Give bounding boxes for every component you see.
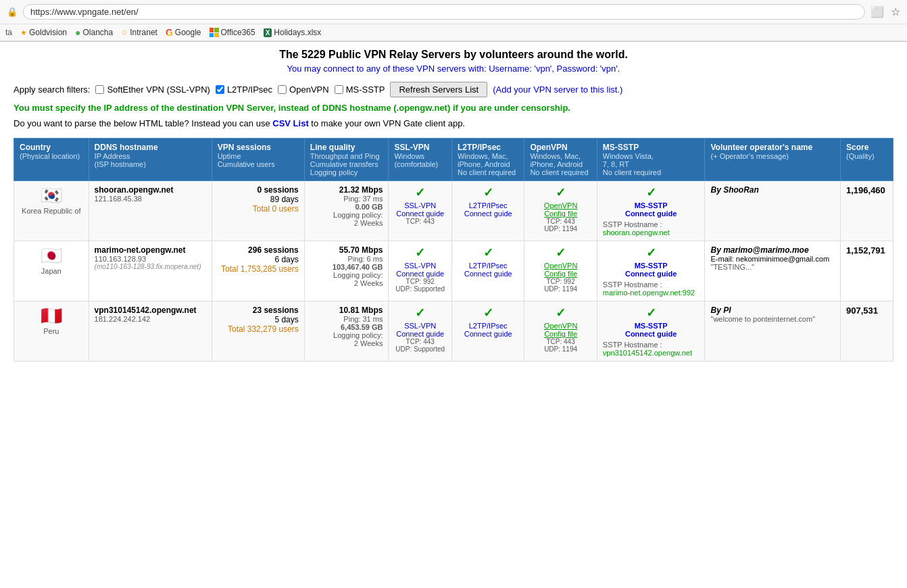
ms-hostname: vpn310145142.opengw.net — [603, 349, 700, 357]
ms-hostname: marimo-net.opengw.net:992 — [603, 289, 700, 297]
operator-message: "TESTING..." — [710, 263, 835, 271]
ssl-checkbox[interactable] — [95, 85, 104, 94]
ms-check: ✓ — [603, 185, 700, 200]
logging-duration: 2 Weeks — [310, 339, 383, 347]
refresh-button[interactable]: Refresh Servers List — [390, 82, 487, 97]
th-openvpn: OpenVPN Windows, Mac, iPhone, Android No… — [524, 139, 597, 181]
sessions-cell: 296 sessions 6 days Total 1,753,285 user… — [212, 241, 304, 301]
ssl-udp: UDP: Supported — [394, 285, 446, 293]
hostname-cell: shooran.opengw.net 121.168.45.38 — [89, 181, 212, 241]
ovpn-link[interactable]: OpenVPN — [530, 201, 591, 210]
msstp-checkbox[interactable] — [335, 85, 343, 94]
bookmark-office365[interactable]: Office365 — [210, 28, 255, 37]
l2tp-link[interactable]: L2TP/IPsec — [458, 322, 518, 330]
ovpn-link[interactable]: OpenVPN — [530, 322, 591, 330]
bookmark-item-ta[interactable]: ta — [5, 28, 12, 37]
l2tp-guide-link[interactable]: Connect guide — [458, 210, 518, 218]
ovpn-udp: UDP: 1194 — [530, 345, 591, 353]
url-input[interactable] — [23, 4, 865, 20]
ovpn-config-link[interactable]: Config file — [530, 210, 591, 218]
csv-link[interactable]: CSV List — [272, 118, 308, 128]
country-name: Peru — [43, 327, 59, 335]
l2tp-cell: ✓ L2TP/IPsec Connect guide — [451, 181, 524, 241]
ms-guide-link[interactable]: Connect guide — [603, 210, 700, 218]
l2tp-label: L2TP/IPsec — [227, 84, 272, 95]
ovpn-link[interactable]: OpenVPN — [530, 262, 591, 270]
l2tp-check: ✓ — [458, 185, 518, 200]
ovpn-config-link[interactable]: Config file — [530, 270, 591, 278]
split-view-icon[interactable]: ⬜ — [871, 5, 884, 18]
l2tp-guide-link[interactable]: Connect guide — [458, 330, 518, 338]
filter-ssl[interactable]: SoftEther VPN (SSL-VPN) — [95, 84, 210, 95]
ms-link[interactable]: MS-SSTP — [603, 201, 700, 210]
hostname: marimo-net.opengw.net — [95, 245, 206, 255]
filter-l2tp[interactable]: L2TP/IPsec — [216, 84, 272, 95]
ovpn-cell: ✓ OpenVPN Config file TCP: 443 UDP: 1194 — [524, 181, 597, 241]
logging-duration: 2 Weeks — [310, 279, 383, 287]
openvpn-checkbox[interactable] — [278, 85, 287, 94]
l2tp-checkbox[interactable] — [216, 85, 224, 94]
country-name: Korea Republic of — [22, 207, 80, 215]
ssl-vpn-link[interactable]: SSL-VPN — [394, 322, 446, 330]
l2tp-link[interactable]: L2TP/IPsec — [458, 201, 518, 210]
logging-policy: Logging policy: — [310, 331, 383, 339]
operator-cell: By PI "welcome to ponteinternet.com" — [705, 301, 841, 362]
ms-guide-link[interactable]: Connect guide — [603, 270, 700, 278]
hostname: shooran.opengw.net — [95, 185, 206, 195]
bookmark-holidays[interactable]: X Holidays.xlsx — [264, 28, 322, 37]
l2tp-cell: ✓ L2TP/IPsec Connect guide — [451, 301, 524, 362]
bookmark-intranet[interactable]: ☆ Intranet — [121, 28, 157, 37]
ssl-vpn-link[interactable]: SSL-VPN — [394, 201, 446, 210]
th-msstp: MS-SSTP Windows Vista, 7, 8, RT No clien… — [597, 139, 705, 181]
ms-hostname: shooran.opengw.net — [603, 228, 700, 237]
cumulative-users: Total 332,279 users — [218, 324, 299, 334]
filter-openvpn[interactable]: OpenVPN — [278, 84, 329, 95]
l2tp-guide-link[interactable]: Connect guide — [458, 270, 518, 278]
sessions-cell: 0 sessions 89 days Total 0 users — [212, 181, 304, 241]
bookmark-label: Office365 — [221, 28, 255, 37]
filter-label: Apply search filters: — [14, 84, 90, 95]
uptime: 89 days — [218, 195, 299, 204]
th-operator: Volunteer operator's name (+ Operator's … — [705, 139, 841, 181]
l2tp-cell: ✓ L2TP/IPsec Connect guide — [451, 241, 524, 301]
filter-bar: Apply search filters: SoftEther VPN (SSL… — [14, 82, 893, 97]
line-quality-cell: 21.32 Mbps Ping: 37 ms 0.00 GB Logging p… — [304, 181, 389, 241]
bookmark-label: Intranet — [130, 28, 157, 37]
score-value: 907,531 — [846, 305, 878, 316]
bookmark-google[interactable]: G Google — [166, 27, 201, 38]
ms-link[interactable]: MS-SSTP — [603, 262, 700, 270]
add-server-link[interactable]: (Add your VPN server to this list.) — [493, 84, 622, 95]
ovpn-tcp: TCP: 443 — [530, 218, 591, 225]
table-header-row: Country (Physical location) DDNS hostnam… — [14, 139, 893, 181]
info-text-prefix: Do you want to parse the below HTML tabl… — [14, 118, 270, 128]
filter-msstp[interactable]: MS-SSTP — [335, 84, 385, 95]
address-bar: 🔒 ⬜ ☆ — [0, 0, 907, 24]
cumulative-users: Total 1,753,285 users — [218, 264, 299, 274]
bookmark-goldvision[interactable]: ★ Goldvision — [20, 28, 67, 37]
country-cell: 🇯🇵 Japan — [14, 241, 89, 301]
ssl-guide-link[interactable]: Connect guide — [394, 330, 446, 338]
google-icon: G — [166, 27, 173, 38]
ms-link[interactable]: MS-SSTP — [603, 322, 700, 330]
openvpn-label: OpenVPN — [289, 84, 329, 95]
transfer: 0.00 GB — [310, 203, 383, 211]
table-row: 🇰🇷 Korea Republic of shooran.opengw.net … — [14, 181, 893, 241]
country-flag: 🇰🇷 — [20, 185, 83, 206]
ovpn-config-link[interactable]: Config file — [530, 330, 591, 338]
ssl-vpn-link[interactable]: SSL-VPN — [394, 262, 446, 270]
bookmark-icon[interactable]: ☆ — [891, 5, 900, 18]
uptime: 6 days — [218, 255, 299, 264]
bookmark-olancha[interactable]: ● Olancha — [75, 27, 113, 38]
operator-cell: By marimo@marimo.moe E-mail: nekomiminim… — [705, 241, 841, 301]
table-row: 🇵🇪 Peru vpn310145142.opengw.net 181.224.… — [14, 301, 893, 362]
l2tp-link[interactable]: L2TP/IPsec — [458, 262, 518, 270]
speed: 21.32 Mbps — [310, 185, 383, 195]
ms-host-label: SSTP Hostname : — [603, 280, 700, 289]
uptime: 5 days — [218, 315, 299, 324]
ms-guide-link[interactable]: Connect guide — [603, 330, 700, 338]
score-cell: 907,531 — [840, 301, 893, 362]
ovpn-check: ✓ — [530, 245, 591, 260]
ping: Ping: 31 ms — [310, 315, 383, 323]
ssl-guide-link[interactable]: Connect guide — [394, 270, 446, 278]
ssl-guide-link[interactable]: Connect guide — [394, 210, 446, 218]
